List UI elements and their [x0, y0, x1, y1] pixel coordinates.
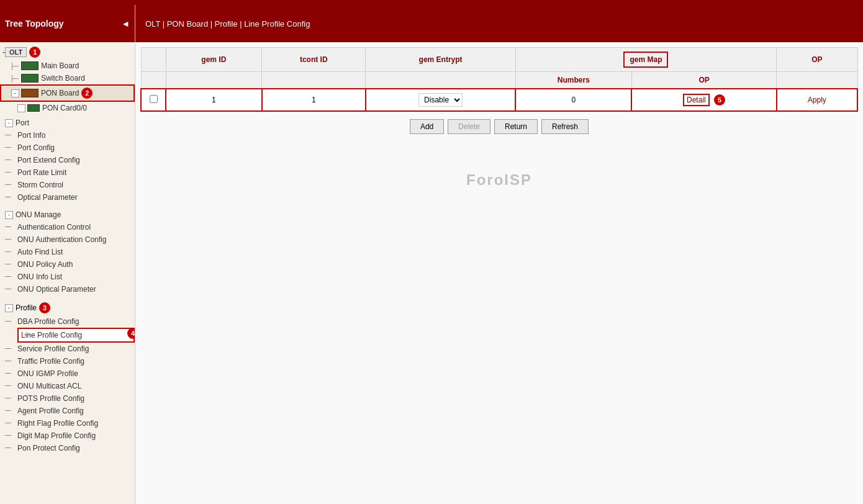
tcont-id-label: tcont ID [300, 55, 328, 64]
sub-col-gem-id [166, 72, 262, 89]
line-profile-table: gem ID tcont ID gem Entrypt gem Map [140, 47, 858, 112]
nav-optical-parameter[interactable]: Optical Parameter [0, 191, 135, 204]
port-section-header[interactable]: - Port [0, 117, 135, 129]
tree-main-board[interactable]: ├─ Main Board [0, 60, 135, 72]
badge-5: 5 [714, 94, 725, 106]
row-detail-cell: Detail 5 [631, 89, 776, 111]
op-label: OP [811, 55, 822, 64]
apply-link[interactable]: Apply [808, 96, 826, 104]
delete-button[interactable]: Delete [448, 119, 490, 134]
col-op-header: OP [777, 48, 857, 72]
nav-service-profile-config[interactable]: Service Profile Config [0, 343, 135, 355]
gem-id-label: gem ID [201, 55, 226, 64]
nav-onu-multicast-acl[interactable]: ONU Multicast ACL [0, 380, 135, 392]
row-apply-cell: Apply [777, 89, 857, 111]
pon-board-icon [21, 89, 38, 97]
nav-onu-optical-param[interactable]: ONU Optical Parameter [0, 283, 135, 295]
nav-port-extend-config[interactable]: Port Extend Config [0, 154, 135, 166]
gem-encrypt-select[interactable]: Disable Enable [418, 93, 463, 107]
sub-col-empty [141, 72, 166, 89]
badge-3: 3 [39, 302, 50, 313]
refresh-button[interactable]: Refresh [541, 119, 589, 134]
profile-section-label: Profile [16, 304, 37, 312]
nav-auth-control[interactable]: Authentication Control [0, 221, 135, 233]
main-board-label: Main Board [41, 61, 79, 70]
sub-col-gem-encrypt [366, 72, 515, 89]
nav-port-config[interactable]: Port Config [0, 142, 135, 154]
onu-section-label: ONU Manage [16, 210, 61, 219]
nav-port-info[interactable]: Port Info [0, 129, 135, 142]
button-row: Add Delete Return Refresh [140, 119, 858, 134]
gem-map-op-label: OP [698, 76, 709, 84]
table-wrapper: gem ID tcont ID gem Entrypt gem Map [140, 47, 858, 189]
onu-expand-box[interactable]: - [5, 211, 13, 219]
nav-onu-policy-auth[interactable]: ONU Policy Auth [0, 258, 135, 271]
row-checkbox[interactable] [150, 95, 158, 103]
breadcrumb: OLT | PON Board | Profile | Line Profile… [135, 5, 863, 42]
watermark: ForoISP [140, 171, 858, 189]
nav-digit-map-profile-config[interactable]: Digit Map Profile Config [0, 430, 135, 442]
badge-1: 1 [29, 47, 40, 58]
nav-right-flag-profile-config[interactable]: Right Flag Profile Config [0, 417, 135, 430]
port-section-label: Port [16, 119, 29, 127]
breadcrumb-text: OLT | PON Board | Profile | Line Profile… [145, 19, 310, 29]
col-tcont-id-header: tcont ID [262, 48, 366, 72]
nav-agent-profile-config[interactable]: Agent Profile Config [0, 405, 135, 417]
col-gem-map-header: gem Map [515, 48, 776, 72]
gem-map-label: gem Map [623, 52, 668, 68]
sub-col-gem-map-op-header: OP [631, 72, 776, 89]
sub-col-numbers-header: Numbers [515, 72, 631, 89]
badge-4: 4 [127, 328, 135, 339]
onu-section: - ONU Manage Authentication Control ONU … [0, 206, 135, 298]
row-gem-encrypt-cell: Disable Enable [366, 89, 515, 111]
profile-expand-box[interactable]: - [5, 304, 13, 312]
tree-pon-board[interactable]: - PON Board 2 [0, 84, 135, 102]
nav-dba-profile-config[interactable]: DBA Profile Config [0, 315, 135, 328]
nav-line-profile-config-wrapper: Line Profile Config 4 [0, 328, 135, 343]
pon-card-icon [27, 104, 40, 112]
nav-port-rate-limit[interactable]: Port Rate Limit [0, 166, 135, 179]
badge-2: 2 [81, 88, 93, 99]
sidebar: Tree Topology ◄ - OLT 1 ├─ Main Board ├─… [0, 5, 135, 504]
col-gem-id-header: gem ID [166, 48, 262, 72]
port-expand-box[interactable]: - [5, 119, 13, 127]
table-row: 1 1 Disable Enable 0 Detail [141, 89, 857, 111]
olt-row: - OLT 1 [0, 45, 135, 60]
switch-board-label: Switch Board [41, 74, 85, 83]
numbers-label: Numbers [558, 76, 590, 84]
nav-onu-igmp-profile[interactable]: ONU IGMP Profile [0, 367, 135, 380]
content-main: gem ID tcont ID gem Entrypt gem Map [135, 42, 863, 504]
detail-link[interactable]: Detail [683, 94, 710, 106]
nav-line-profile-config[interactable]: Line Profile Config [17, 328, 135, 343]
sidebar-title: Tree Topology [5, 19, 64, 29]
port-section: - Port Port Info Port Config Port Extend… [0, 114, 135, 206]
main-board-icon [21, 61, 38, 70]
profile-section-header[interactable]: - Profile 3 [0, 300, 135, 315]
olt-label[interactable]: OLT [5, 47, 27, 57]
nav-auto-find-list[interactable]: Auto Find List [0, 246, 135, 258]
nav-traffic-profile-config[interactable]: Traffic Profile Config [0, 355, 135, 367]
return-button[interactable]: Return [494, 119, 538, 134]
pon-card-label: PON Card0/0 [42, 104, 87, 112]
sidebar-header: Tree Topology ◄ [0, 5, 135, 42]
pon-card-checkbox[interactable] [17, 104, 25, 112]
row-numbers: 0 [515, 89, 631, 111]
pon-board-checkbox[interactable]: - [11, 89, 19, 97]
nav-onu-auth-config[interactable]: ONU Authentication Config [0, 233, 135, 246]
row-checkbox-cell [141, 89, 166, 111]
row-tcont-id: 1 [262, 89, 366, 111]
tree-pon-card[interactable]: PON Card0/0 [0, 102, 135, 114]
nav-pots-profile-config[interactable]: POTS Profile Config [0, 392, 135, 405]
onu-section-header[interactable]: - ONU Manage [0, 209, 135, 221]
content-area: OLT | PON Board | Profile | Line Profile… [135, 5, 863, 504]
sidebar-collapse-arrow[interactable]: ◄ [121, 19, 130, 29]
col-checkbox-header [141, 48, 166, 72]
sub-col-tcont-id [262, 72, 366, 89]
nav-storm-control[interactable]: Storm Control [0, 179, 135, 191]
nav-onu-info-list[interactable]: ONU Info List [0, 271, 135, 283]
pon-board-label: PON Board [41, 89, 79, 97]
nav-pon-protect-config[interactable]: Pon Protect Config [0, 442, 135, 454]
tree-switch-board[interactable]: ├─ Switch Board [0, 72, 135, 84]
add-button[interactable]: Add [410, 119, 444, 134]
gem-encrypt-label: gem Entrypt [419, 55, 463, 64]
